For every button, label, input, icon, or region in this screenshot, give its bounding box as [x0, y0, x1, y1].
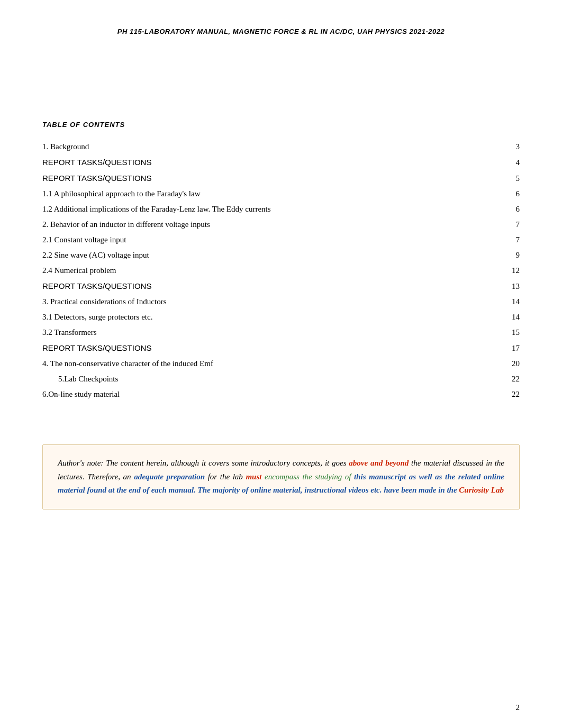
- toc-row: 3.1 Detectors, surge protectors etc. 14: [42, 310, 520, 325]
- toc-row: REPORT TASKS/QUESTIONS 13: [42, 278, 520, 294]
- toc-entry-label: 3. Practical considerations of Inductors: [42, 297, 504, 306]
- toc-heading: TABLE OF CONTENTS: [42, 121, 520, 129]
- text-adequate-preparation: adequate preparation: [134, 472, 205, 481]
- toc-row: REPORT TASKS/QUESTIONS 5: [42, 170, 520, 186]
- page-header: PH 115-LABORATORY MANUAL, MAGNETIC FORCE…: [42, 21, 520, 36]
- toc-row: REPORT TASKS/QUESTIONS 4: [42, 154, 520, 170]
- toc-row: 2.4 Numerical problem 12: [42, 263, 520, 278]
- toc-row: 2.2 Sine wave (AC) voltage input 9: [42, 248, 520, 263]
- toc-row: 3.2 Transformers 15: [42, 325, 520, 340]
- author-note-box: Author's note: The content herein, altho…: [42, 444, 520, 509]
- toc-row: 2. Behavior of an inductor in different …: [42, 217, 520, 232]
- toc-section: TABLE OF CONTENTS 1. Background 3 REPORT…: [42, 121, 520, 402]
- toc-entry-page: 7: [504, 220, 520, 229]
- author-note-text: Author's note: The content herein, altho…: [58, 457, 504, 497]
- toc-entry-label: 2.4 Numerical problem: [42, 266, 504, 275]
- toc-list: 1. Background 3 REPORT TASKS/QUESTIONS 4…: [42, 139, 520, 402]
- page-number: 2: [516, 703, 520, 712]
- toc-entry-label: 1.2 Additional implications of the Farad…: [42, 205, 504, 214]
- toc-entry-label: 3.1 Detectors, surge protectors etc.: [42, 313, 504, 322]
- toc-entry-label: 2.2 Sine wave (AC) voltage input: [42, 251, 504, 260]
- toc-entry-label: 4. The non-conservative character of the…: [42, 359, 504, 368]
- toc-row: REPORT TASKS/QUESTIONS 17: [42, 340, 520, 356]
- toc-row: 3. Practical considerations of Inductors…: [42, 294, 520, 310]
- toc-entry-page: 13: [504, 282, 520, 291]
- toc-entry-page: 22: [504, 390, 520, 399]
- toc-entry-page: 3: [504, 142, 520, 151]
- toc-row: 6.On-line study material 22: [42, 387, 520, 402]
- toc-row: 1.1 A philosophical approach to the Fara…: [42, 186, 520, 202]
- toc-entry-page: 6: [504, 205, 520, 214]
- toc-entry-label: REPORT TASKS/QUESTIONS: [42, 343, 504, 352]
- text-above-and-beyond: above and beyond: [349, 459, 409, 467]
- text-curiosity-lab: Curiosity Lab: [459, 486, 504, 494]
- toc-row: 2.1 Constant voltage input 7: [42, 232, 520, 248]
- toc-entry-page: 20: [504, 359, 520, 368]
- toc-entry-label: 1. Background: [42, 142, 504, 151]
- toc-entry-page: 15: [504, 328, 520, 337]
- toc-entry-label: 1.1 A philosophical approach to the Fara…: [42, 189, 504, 198]
- text-encompass: encompass the studying of: [261, 472, 354, 481]
- header-title: PH 115-LABORATORY MANUAL, MAGNETIC FORCE…: [117, 28, 445, 35]
- toc-entry-label: REPORT TASKS/QUESTIONS: [42, 281, 504, 290]
- text-must: must: [246, 472, 261, 481]
- page-container: PH 115-LABORATORY MANUAL, MAGNETIC FORCE…: [0, 0, 562, 728]
- toc-entry-label: 6.On-line study material: [42, 390, 504, 399]
- toc-row: 1.2 Additional implications of the Farad…: [42, 202, 520, 217]
- toc-entry-page: 4: [504, 158, 520, 167]
- toc-entry-label: REPORT TASKS/QUESTIONS: [42, 174, 504, 183]
- toc-entry-page: 22: [504, 375, 520, 384]
- toc-entry-page: 7: [504, 235, 520, 244]
- toc-entry-page: 9: [504, 251, 520, 260]
- toc-entry-label: REPORT TASKS/QUESTIONS: [42, 158, 504, 167]
- toc-entry-label: 3.2 Transformers: [42, 328, 504, 337]
- toc-entry-label: 2.1 Constant voltage input: [42, 235, 504, 244]
- toc-entry-page: 17: [504, 344, 520, 353]
- toc-entry-page: 14: [504, 297, 520, 306]
- toc-row: 4. The non-conservative character of the…: [42, 356, 520, 371]
- toc-entry-page: 14: [504, 313, 520, 322]
- toc-entry-label: 2. Behavior of an inductor in different …: [42, 220, 504, 229]
- toc-entry-label: 5.Lab Checkpoints: [42, 375, 504, 384]
- toc-row: 1. Background 3: [42, 139, 520, 154]
- toc-entry-page: 6: [504, 189, 520, 198]
- toc-entry-page: 5: [504, 174, 520, 183]
- toc-entry-page: 12: [504, 266, 520, 275]
- toc-row: 5.Lab Checkpoints 22: [42, 371, 520, 387]
